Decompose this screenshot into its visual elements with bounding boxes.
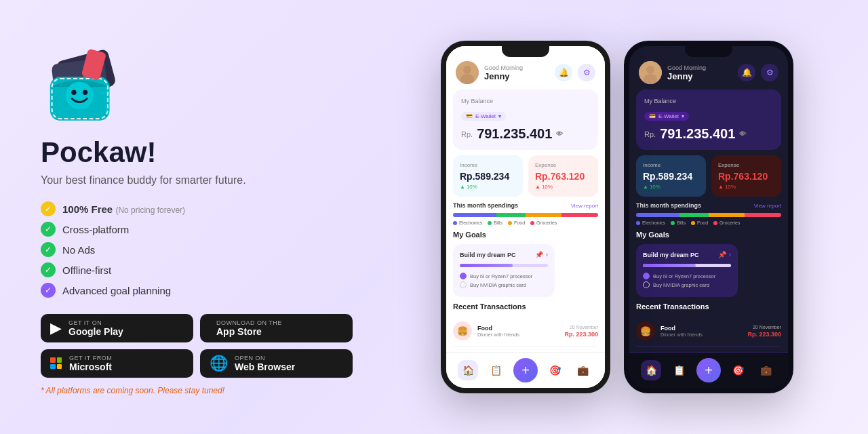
wallet-badge-dark[interactable]: 💳 E-Wallet ▾ bbox=[644, 112, 689, 121]
nav-target-light[interactable]: 🎯 bbox=[545, 360, 566, 380]
goals-section-dark: My Goals Build my dream PC 📌 › bbox=[636, 231, 781, 297]
dark-phone-wrapper: Good Morning Jenny 🔔 ⚙ My Balance bbox=[624, 41, 793, 393]
view-report-dark[interactable]: View report bbox=[754, 203, 781, 209]
google-play-icon: ▶ bbox=[50, 319, 62, 337]
phone-body-dark: My Balance 💳 E-Wallet ▾ Rp. 791.235.401 … bbox=[629, 90, 788, 352]
income-card-dark: Income Rp.589.234 ▲ 10% bbox=[636, 155, 706, 197]
phones-area: Good Morning Jenny 🔔 ⚙ My Balance bbox=[380, 27, 868, 407]
eye-icon-light: 👁 bbox=[556, 130, 563, 138]
svg-point-4 bbox=[71, 90, 76, 95]
income-expense-light: Income Rp.589.234 ▲ 10% Expense Rp.763.1… bbox=[453, 155, 598, 197]
feature-goals: ✓ Advanced goal planning bbox=[41, 283, 353, 298]
spendings-light: This month spendings View report Electro… bbox=[453, 202, 598, 225]
bell-icon-light[interactable]: 🔔 bbox=[555, 64, 572, 81]
transaction-item-dark: 🍔 Food Dinner with friends 20 November R… bbox=[636, 316, 781, 347]
microsoft-sublabel: Get it from bbox=[69, 355, 112, 361]
bell-icon-dark[interactable]: 🔔 bbox=[738, 64, 755, 81]
gear-icon-dark[interactable]: ⚙ bbox=[761, 64, 778, 81]
web-browser-button[interactable]: 🌐 Open on Web Browser bbox=[200, 349, 353, 378]
features-list: ✓ 100% Free (No pricing forever) ✓ Cross… bbox=[41, 201, 353, 298]
google-play-sublabel: GET IT ON bbox=[68, 319, 123, 326]
income-change-light: ▲ 10% bbox=[460, 184, 516, 190]
view-report-light[interactable]: View report bbox=[571, 203, 598, 209]
spending-legend-light: Electronics Bills Food Groceries bbox=[453, 220, 598, 225]
app-title: Pockaw! bbox=[41, 136, 353, 169]
goal-card-light: Build my dream PC 📌 › bbox=[453, 244, 555, 297]
spending-bar-dark bbox=[636, 213, 781, 217]
wallet-badge-light[interactable]: 💳 E-Wallet ▾ bbox=[461, 112, 506, 121]
app-store-label: App Store bbox=[216, 326, 282, 337]
greeting-light: Good Morning bbox=[484, 64, 523, 71]
svg-point-9 bbox=[463, 66, 471, 74]
phone-nav-light: 🏠 📋 + 🎯 💼 bbox=[446, 352, 605, 388]
nav-home-dark[interactable]: 🏠 bbox=[641, 360, 661, 380]
nav-list-dark[interactable]: 📋 bbox=[669, 360, 689, 380]
store-buttons: ▶ GET IT ON Google Play Download on the … bbox=[41, 314, 353, 378]
check-cross-icon: ✓ bbox=[41, 222, 56, 237]
feature-cross-text: Cross-platform bbox=[62, 224, 129, 235]
feature-free: ✓ 100% Free (No pricing forever) bbox=[41, 201, 353, 216]
feature-noads: ✓ No Ads bbox=[41, 242, 353, 257]
svg-point-5 bbox=[83, 90, 87, 95]
google-play-button[interactable]: ▶ GET IT ON Google Play bbox=[41, 314, 193, 342]
phone-content-light: Good Morning Jenny 🔔 ⚙ My Balance bbox=[446, 46, 605, 388]
nav-home-light[interactable]: 🏠 bbox=[458, 360, 478, 380]
expense-card-dark: Expense Rp.763.120 ▲ 10% bbox=[711, 155, 781, 197]
avatar-dark bbox=[639, 61, 662, 84]
phone-content-dark: Good Morning Jenny 🔔 ⚙ My Balance bbox=[629, 46, 788, 388]
nav-add-light[interactable]: + bbox=[513, 358, 538, 382]
app-store-sublabel: Download on the bbox=[216, 319, 282, 326]
svg-point-12 bbox=[646, 66, 654, 74]
nav-target-dark[interactable]: 🎯 bbox=[728, 360, 749, 380]
light-phone: Good Morning Jenny 🔔 ⚙ My Balance bbox=[441, 41, 610, 393]
check-free-icon: ✓ bbox=[41, 201, 56, 216]
web-browser-label: Web Browser bbox=[235, 361, 295, 372]
microsoft-label: Microsoft bbox=[69, 361, 112, 372]
app-store-button[interactable]: Download on the App Store bbox=[200, 314, 353, 342]
balance-card-dark: My Balance 💳 E-Wallet ▾ Rp. 791.235.401 … bbox=[636, 90, 781, 150]
expense-card-light: Expense Rp.763.120 ▲ 10% bbox=[528, 155, 598, 197]
coming-soon-text: * All platforms are coming soon. Please … bbox=[41, 386, 353, 395]
phone-body-light: My Balance 💳 E-Wallet ▾ Rp. 791.235.401 … bbox=[446, 90, 605, 352]
feature-noads-text: No Ads bbox=[62, 244, 95, 256]
income-expense-dark: Income Rp.589.234 ▲ 10% Expense Rp.763.1… bbox=[636, 155, 781, 197]
balance-label-light: My Balance bbox=[461, 98, 590, 104]
logo-area bbox=[41, 45, 353, 136]
feature-offline-text: Offline-first bbox=[62, 264, 111, 276]
svg-point-3 bbox=[66, 82, 94, 110]
phone-notch-light bbox=[502, 46, 549, 57]
tagline: Your best finance buddy for smarter futu… bbox=[41, 174, 353, 186]
light-phone-wrapper: Good Morning Jenny 🔔 ⚙ My Balance bbox=[441, 41, 610, 393]
income-change-dark: ▲ 10% bbox=[643, 184, 699, 190]
feature-offline: ✓ Offline-first bbox=[41, 262, 353, 277]
spending-legend-dark: Electronics Bills Food Groceries bbox=[636, 220, 781, 225]
header-icons-dark: 🔔 ⚙ bbox=[738, 64, 778, 81]
username-light: Jenny bbox=[484, 71, 523, 81]
web-browser-sublabel: Open on bbox=[235, 355, 295, 361]
phone-notch-dark bbox=[685, 46, 732, 57]
phone-nav-dark: 🏠 📋 + 🎯 💼 bbox=[629, 352, 788, 388]
spendings-dark: This month spendings View report Electro… bbox=[636, 202, 781, 225]
expense-change-light: ▲ 10% bbox=[535, 184, 591, 190]
user-info-dark: Good Morning Jenny bbox=[639, 61, 706, 84]
username-dark: Jenny bbox=[667, 71, 706, 81]
balance-amount-light: Rp. 791.235.401 👁 bbox=[461, 126, 590, 142]
nav-wallet-dark[interactable]: 💼 bbox=[756, 360, 776, 380]
gear-icon-light[interactable]: ⚙ bbox=[578, 64, 595, 81]
check-offline-icon: ✓ bbox=[41, 262, 56, 277]
balance-amount-dark: Rp. 791.235.401 👁 bbox=[644, 126, 773, 142]
check-goals-icon: ✓ bbox=[41, 283, 56, 298]
greeting-dark: Good Morning bbox=[667, 64, 706, 71]
nav-list-light[interactable]: 📋 bbox=[486, 360, 506, 380]
balance-card-light: My Balance 💳 E-Wallet ▾ Rp. 791.235.401 … bbox=[453, 90, 598, 150]
nav-add-dark[interactable]: + bbox=[696, 358, 721, 382]
header-icons-light: 🔔 ⚙ bbox=[555, 64, 595, 81]
transactions-section-dark: Recent Transactions 🍔 Food Dinner with f… bbox=[636, 302, 781, 347]
nav-wallet-light[interactable]: 💼 bbox=[573, 360, 593, 380]
goals-section-light: My Goals Build my dream PC 📌 › bbox=[453, 231, 598, 297]
txn-icon-dark: 🍔 bbox=[636, 321, 655, 340]
microsoft-button[interactable]: Get it from Microsoft bbox=[41, 349, 193, 378]
google-play-label: Google Play bbox=[68, 326, 123, 337]
eye-icon-dark: 👁 bbox=[739, 130, 746, 138]
goal-card-dark: Build my dream PC 📌 › bbox=[636, 244, 738, 297]
